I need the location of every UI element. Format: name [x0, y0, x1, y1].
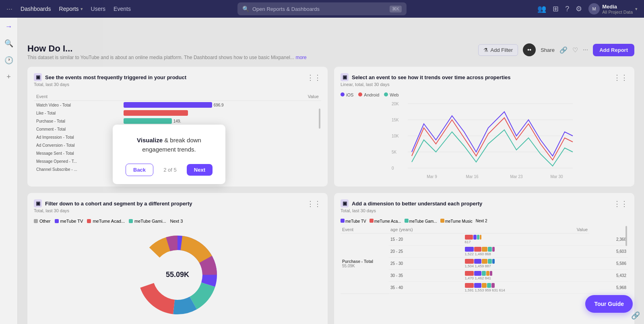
dim-value: 5,432 — [589, 270, 628, 282]
card4-legend: meTube TV meTume Aca... meTube Gam... me… — [341, 219, 628, 224]
dim-sub: 1,591 1,553 959 631 614 — [465, 288, 588, 292]
menu-dots-icon[interactable]: ··· — [6, 5, 12, 13]
dim-value: 2,368 — [589, 234, 628, 246]
legend-metube-tv: meTube TV — [55, 219, 83, 224]
tooltip-bold: Visualize — [137, 137, 163, 144]
dim-event-name: Purchase - Total 55.09K — [341, 234, 389, 294]
svg-text:Mar 9: Mar 9 — [427, 174, 437, 179]
mini-bar — [480, 235, 481, 240]
card3-header: ▣ Filter down to a cohort and segment by… — [34, 199, 321, 217]
legend-aca: meTume Aca... — [369, 219, 401, 224]
card3-title-wrap: ▣ Filter down to a cohort and segment by… — [34, 199, 192, 217]
help-icon[interactable]: ? — [565, 5, 569, 13]
legend-next2[interactable]: Next 2 — [476, 219, 487, 224]
next-button[interactable]: Next — [187, 164, 213, 176]
mini-bar — [492, 259, 495, 264]
page-title: How Do I... — [27, 43, 478, 54]
settings-icon[interactable]: ⚙ — [576, 4, 582, 13]
bottom-link-icon[interactable]: 🔗 — [631, 311, 640, 320]
user-menu[interactable]: M Media All Project Data ▾ — [588, 3, 638, 14]
add-filter-label: Add Filter — [491, 47, 513, 53]
legend-android: Android — [358, 92, 379, 97]
more-options-button[interactable]: ··· — [583, 46, 588, 53]
nav-dashboards[interactable]: Dashboards — [21, 6, 51, 12]
back-button[interactable]: Back — [126, 164, 153, 176]
card4-menu[interactable]: ⋮⋮ — [613, 199, 628, 208]
avatar-initials: •• — [527, 47, 531, 53]
share-button[interactable]: Share — [541, 47, 555, 53]
reports-arrow: ▾ — [80, 6, 83, 12]
col-event-h: Event — [341, 226, 389, 234]
mini-bar — [487, 283, 491, 288]
page-desc-more[interactable]: more — [295, 55, 306, 60]
event-bar-cell: 696.9 — [121, 101, 321, 109]
col-value-header: Value — [121, 92, 321, 101]
svg-text:10K: 10K — [392, 134, 399, 138]
card3-menu[interactable]: ⋮⋮ — [307, 199, 321, 208]
search-shortcut: ⌘K — [390, 6, 402, 12]
table-row: Purchase - Total 55.09K 15 - 20 617 2,36… — [341, 234, 628, 246]
grid-icon[interactable]: ⊞ — [553, 4, 559, 13]
card4-scrollbar[interactable] — [625, 226, 627, 246]
sidebar-search-icon[interactable]: 🔍 — [4, 39, 13, 48]
nav-events[interactable]: Events — [114, 6, 131, 12]
dim-value: 5,603 — [589, 246, 628, 258]
add-filter-button[interactable]: ⚗ Add Filter — [478, 44, 518, 56]
card4-subtitle: Total, last 30 days — [341, 208, 482, 213]
card1-header: ▣ See the events most frequently trigger… — [34, 73, 321, 91]
donut-container: 55.09K — [34, 227, 321, 323]
card2-menu[interactable]: ⋮⋮ — [613, 73, 628, 82]
add-report-button[interactable]: Add Report — [593, 44, 634, 56]
event-bar — [124, 102, 212, 108]
scroll-thumb[interactable] — [319, 109, 320, 129]
sidebar-collapse-icon[interactable]: → — [5, 23, 12, 31]
dim-age: 35 - 40 — [389, 282, 463, 294]
tour-guide-button[interactable]: Tour Guide — [585, 295, 633, 313]
event-name: Channel Subscribe - ... — [34, 165, 121, 173]
chart-legend: iOS Android Web — [341, 92, 628, 97]
table-row: Purchase - Total 149. — [34, 117, 321, 125]
page-description: This dataset is similar to YouTube and i… — [27, 55, 478, 60]
legend-other-box — [34, 219, 38, 223]
users-icon[interactable]: 👥 — [537, 4, 546, 13]
line-chart: 20K 15K 10K 5K 0 Mar 9 Mar 16 Mar 23 Mar… — [341, 100, 628, 180]
svg-text:Mar 23: Mar 23 — [510, 174, 523, 179]
link-icon-button[interactable]: 🔗 — [559, 46, 568, 54]
user-subtitle: All Project Data — [602, 10, 633, 14]
card3-icon: ▣ — [34, 199, 42, 207]
card4-header: ▣ Add a dimension to better understand e… — [341, 199, 628, 217]
event-name: Ad Impression - Total — [34, 133, 121, 141]
table-row: Watch Video - Total 696.9 — [34, 101, 321, 109]
event-name: Like - Total — [34, 109, 121, 117]
user-avatar-header[interactable]: •• — [523, 43, 536, 56]
dim-age: 30 - 35 — [389, 270, 463, 282]
tooltip-box: Visualize & break down engagement trends… — [113, 125, 225, 184]
mini-bar — [482, 259, 487, 264]
dimension-table: Event age (years) Value Purchase - Total… — [341, 226, 628, 294]
sidebar-add-icon[interactable]: + — [6, 73, 11, 81]
card4-scroll: Event age (years) Value Purchase - Total… — [341, 226, 628, 294]
legend-web: Web — [384, 92, 398, 97]
global-search[interactable]: 🔍 Open Reports & Dashboards ⌘K — [237, 2, 407, 15]
svg-text:5K: 5K — [392, 150, 397, 154]
dim-bars: 1,522 1,460 868 — [463, 246, 590, 258]
event-name: Purchase - Total — [34, 117, 121, 125]
mini-bar — [490, 271, 492, 276]
card-line-chart: ▣ Select an event to see how it trends o… — [334, 67, 634, 187]
sidebar-history-icon[interactable]: 🕐 — [4, 56, 13, 65]
page-header-left: How Do I... This dataset is similar to Y… — [27, 43, 478, 60]
heart-icon-button[interactable]: ♡ — [572, 46, 578, 54]
card2-title-wrap: ▣ Select an event to see how it trends o… — [341, 73, 510, 91]
event-name: Ad Conversion - Total — [34, 141, 121, 149]
dim-bars: 617 — [463, 234, 590, 246]
card1-menu[interactable]: ⋮⋮ — [307, 73, 321, 82]
card1-subtitle: Total, last 30 days — [34, 82, 186, 87]
donut-legend: Other meTube TV meTume Acad... meTube Ga… — [34, 219, 321, 224]
legend-next3[interactable]: Next 3 — [170, 219, 183, 224]
dim-age: 20 - 25 — [389, 246, 463, 258]
user-info: Media All Project Data — [602, 4, 633, 14]
nav-users[interactable]: Users — [91, 6, 106, 12]
nav-reports[interactable]: Reports ▾ — [59, 6, 83, 12]
dim-event-sub: 55.09K — [342, 264, 387, 268]
legend-metume-acad: meTume Acad... — [87, 219, 125, 224]
